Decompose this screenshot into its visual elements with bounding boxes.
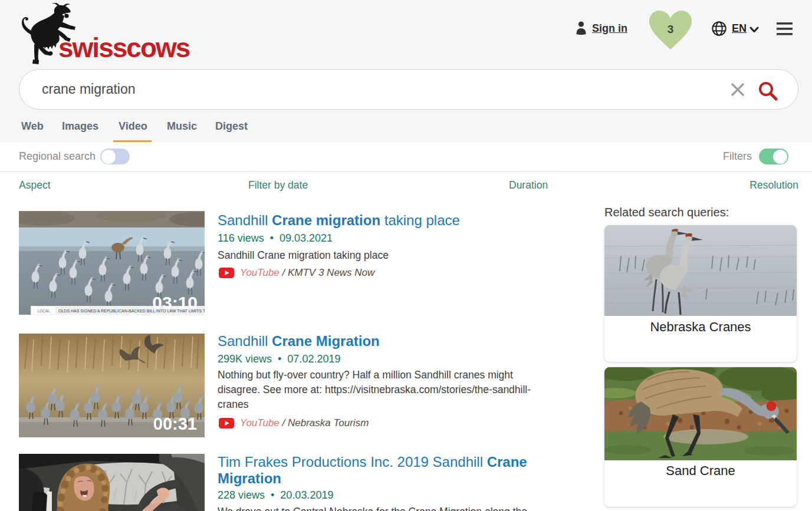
svg-text:3: 3 — [668, 23, 674, 35]
svg-text:LOCAL: LOCAL — [37, 309, 50, 313]
svg-text:00:31: 00:31 — [153, 414, 197, 433]
svg-text:03:10: 03:10 — [152, 293, 198, 312]
